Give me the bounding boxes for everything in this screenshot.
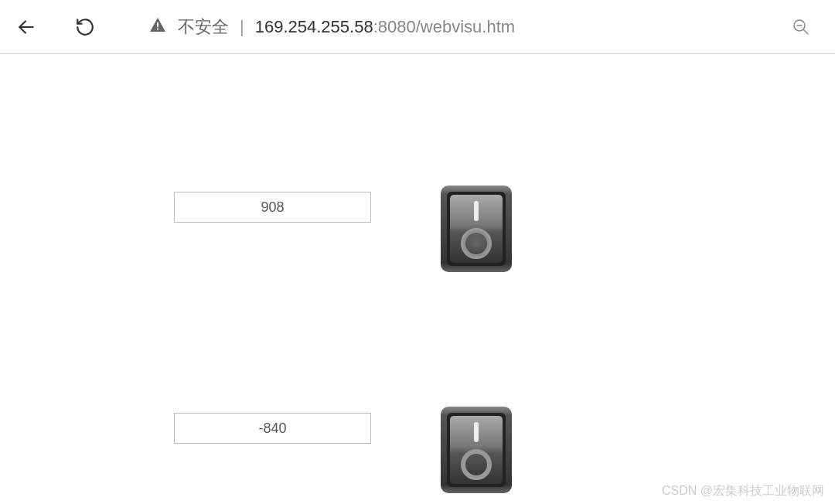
watermark-text: CSDN @宏集科技工业物联网: [662, 483, 824, 499]
url-text: 169.254.255.58:8080/webvisu.htm: [255, 17, 515, 37]
address-bar[interactable]: 不安全 | 169.254.255.58:8080/webvisu.htm: [148, 15, 769, 39]
not-secure-icon: [148, 16, 167, 38]
page-content: 908: [0, 54, 835, 496]
svg-point-11: [463, 230, 489, 257]
reload-button[interactable]: [74, 16, 96, 38]
url-port-path: :8080/webvisu.htm: [373, 17, 515, 36]
svg-rect-9: [474, 201, 479, 221]
svg-line-4: [803, 29, 808, 34]
value-display-1[interactable]: 908: [174, 192, 371, 223]
value-display-2[interactable]: -840: [174, 413, 371, 444]
back-button[interactable]: [15, 16, 37, 38]
svg-rect-2: [157, 28, 158, 29]
svg-rect-15: [474, 422, 479, 442]
address-separator: |: [240, 17, 244, 37]
url-host: 169.254.255.58: [255, 17, 373, 36]
zoom-button[interactable]: [790, 16, 812, 38]
browser-toolbar: 不安全 | 169.254.255.58:8080/webvisu.htm: [0, 0, 835, 54]
rocker-switch-2[interactable]: [441, 407, 512, 496]
security-label: 不安全: [178, 15, 229, 39]
svg-rect-1: [157, 22, 158, 27]
rocker-switch-1[interactable]: [441, 186, 512, 275]
data-row: 908: [174, 186, 835, 275]
